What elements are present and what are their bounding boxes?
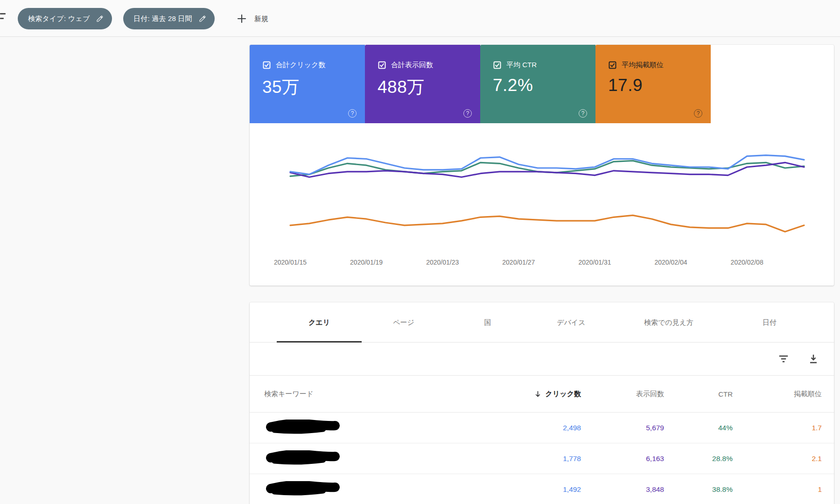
- checked-checkbox-icon[interactable]: [609, 61, 616, 69]
- metric-card-label: 平均掲載順位: [622, 61, 664, 70]
- header-clicks-sorted[interactable]: クリック数: [492, 390, 581, 399]
- metric-card-total-clicks[interactable]: 合計クリック数 35万 ?: [250, 45, 365, 123]
- cell-position: 1.7: [733, 424, 822, 432]
- tab-countries[interactable]: 国: [446, 302, 530, 343]
- table-header-row: 検索キーワード クリック数 表示回数 CTR 掲載順位: [250, 376, 834, 413]
- search-type-filter-chip[interactable]: 検索タイプ: ウェブ: [18, 8, 112, 29]
- metric-card-value: 35万: [262, 76, 300, 99]
- dimensions-table-panel: クエリ ページ 国 デバイス 検索での見え方 日付 検索キーワード クリック数 …: [250, 302, 834, 504]
- header-keyword: 検索キーワード: [264, 390, 492, 399]
- metric-card-average-ctr[interactable]: 平均 CTR 7.2% ?: [480, 45, 595, 123]
- chart-line-合計表示回数: [290, 162, 804, 177]
- plus-icon: [236, 13, 247, 24]
- help-icon[interactable]: ?: [694, 109, 702, 118]
- cell-clicks: 2,498: [492, 424, 581, 432]
- metric-card-label: 合計クリック数: [276, 61, 325, 70]
- date-filter-label: 日付: 過去 28 日間: [133, 14, 192, 23]
- metric-card-average-position[interactable]: 平均掲載順位 17.9 ?: [595, 45, 711, 123]
- table-row[interactable]: 1,492 3,848 38.8% 1: [250, 474, 834, 504]
- filter-list-icon[interactable]: [0, 13, 6, 24]
- table-row[interactable]: 1,778 6,163 28.8% 2.1: [250, 443, 834, 474]
- redacted-keyword: [264, 481, 347, 496]
- search-type-filter-label: 検索タイプ: ウェブ: [28, 14, 90, 23]
- help-icon[interactable]: ?: [348, 109, 357, 118]
- table-row[interactable]: 2,498 5,679 44% 1.7: [250, 413, 834, 443]
- tab-pages[interactable]: ページ: [362, 302, 446, 343]
- checked-checkbox-icon[interactable]: [263, 61, 271, 69]
- cell-position: 1: [733, 485, 822, 494]
- checked-checkbox-icon[interactable]: [378, 61, 386, 69]
- header-position[interactable]: 掲載順位: [733, 390, 822, 399]
- cell-clicks: 1,492: [492, 485, 581, 494]
- date-filter-chip[interactable]: 日付: 過去 28 日間: [123, 8, 215, 29]
- tab-dates[interactable]: 日付: [725, 302, 814, 343]
- cell-ctr: 38.8%: [664, 485, 733, 494]
- header-ctr[interactable]: CTR: [664, 390, 733, 398]
- redacted-keyword: [264, 420, 347, 434]
- chart-line-平均掲載順位: [290, 215, 804, 231]
- cell-position: 2.1: [733, 455, 822, 463]
- redacted-keyword: [264, 450, 347, 465]
- x-axis-label: 2020/01/15: [274, 259, 307, 266]
- metric-card-value: 7.2%: [493, 76, 533, 95]
- x-axis-label: 2020/01/19: [350, 259, 383, 266]
- checked-checkbox-icon[interactable]: [493, 61, 501, 69]
- cell-impressions: 3,848: [581, 485, 664, 494]
- cell-ctr: 44%: [664, 424, 733, 432]
- x-axis-label: 2020/02/04: [655, 259, 687, 266]
- dimension-tabs: クエリ ページ 国 デバイス 検索での見え方 日付: [250, 302, 834, 343]
- metric-card-value: 488万: [378, 76, 425, 99]
- tab-queries[interactable]: クエリ: [277, 302, 362, 343]
- cell-ctr: 28.8%: [664, 455, 733, 463]
- cell-impressions: 6,163: [581, 455, 664, 463]
- tab-search-appearance[interactable]: 検索での見え方: [613, 302, 725, 343]
- metric-card-value: 17.9: [608, 76, 643, 95]
- new-filter-button[interactable]: 新規: [236, 9, 268, 28]
- help-icon[interactable]: ?: [579, 109, 587, 118]
- performance-chart-panel: 合計クリック数 35万 ? 合計表示回数 488万 ? 平均 C: [250, 45, 834, 286]
- filter-rows-icon[interactable]: [778, 353, 789, 364]
- x-axis-label: 2020/01/27: [502, 259, 535, 266]
- sort-arrow-down-icon: [534, 390, 542, 398]
- cell-impressions: 5,679: [581, 424, 664, 432]
- help-icon[interactable]: ?: [463, 109, 472, 118]
- metric-cards: 合計クリック数 35万 ? 合計表示回数 488万 ? 平均 C: [250, 45, 711, 123]
- edit-pencil-icon[interactable]: [96, 15, 104, 22]
- new-filter-label: 新規: [254, 14, 268, 23]
- header-impressions[interactable]: 表示回数: [581, 390, 664, 399]
- cell-clicks: 1,778: [492, 455, 581, 463]
- table-toolbar: [250, 343, 834, 376]
- x-axis-label: 2020/01/23: [426, 259, 459, 266]
- metric-card-total-impressions[interactable]: 合計表示回数 488万 ?: [365, 45, 480, 123]
- metric-card-label: 合計表示回数: [391, 61, 433, 70]
- x-axis-label: 2020/01/31: [578, 259, 611, 266]
- edit-pencil-icon[interactable]: [199, 15, 206, 22]
- x-axis-label: 2020/02/08: [731, 259, 763, 266]
- tab-devices[interactable]: デバイス: [530, 302, 613, 343]
- top-filter-bar: 検索タイプ: ウェブ 日付: 過去 28 日間 新規: [0, 0, 840, 37]
- download-icon[interactable]: [808, 353, 819, 364]
- metric-card-label: 平均 CTR: [506, 61, 537, 70]
